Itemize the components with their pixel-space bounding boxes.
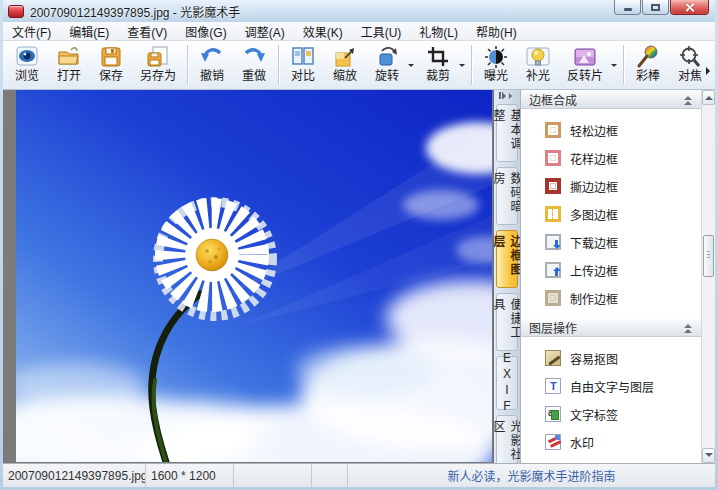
photo-daisy[interactable] <box>16 90 492 462</box>
tab-border-layer[interactable]: 边框图层 <box>496 230 518 288</box>
panel-item-free-text-layer[interactable]: 自由文字与图层 <box>521 372 701 400</box>
side-tab-strip: 基本调整 数码暗房 边框图层 便捷工具 EXIF 光影社区 <box>494 90 520 463</box>
scroll-down-button[interactable] <box>702 448 715 463</box>
save-as-button[interactable]: 另存为 <box>132 42 184 88</box>
scroll-down-icon <box>705 453 713 461</box>
panel-item-text-label[interactable]: 文字标签 <box>521 400 701 428</box>
app-window: 200709012149397895.jpg - 光影魔术手 文件(F) 编辑(… <box>0 0 718 490</box>
focus-button[interactable]: 对焦 <box>669 42 711 88</box>
open-button[interactable]: 打开 <box>48 42 90 88</box>
soft-lens-button[interactable]: 柔光镜 <box>711 42 715 88</box>
status-link-cell: 新人必读，光影魔术手进阶指南 <box>348 464 715 487</box>
save-button[interactable]: 保存 <box>90 42 132 88</box>
maximize-button[interactable] <box>642 0 669 15</box>
download-frame-icon <box>545 234 561 250</box>
panel-item-torn-frame[interactable]: 撕边边框 <box>521 172 701 200</box>
menu-gifts[interactable]: 礼物(L) <box>410 22 467 40</box>
panel-item-watermark[interactable]: 水印 <box>521 428 701 456</box>
collapse-chevron-icon[interactable] <box>683 95 693 104</box>
crop-dropdown-arrow[interactable] <box>459 42 468 88</box>
border-layer-panel: 边框合成 轻松边框 花样边框 撕边边框 多图边框 <box>520 90 701 463</box>
rotate-icon <box>374 45 400 69</box>
minimize-button[interactable] <box>614 0 641 15</box>
color-wand-button[interactable]: 彩棒 <box>627 42 669 88</box>
pattern-frame-icon <box>545 150 561 166</box>
resize-icon <box>332 45 358 69</box>
collapse-chevron-icon[interactable] <box>683 323 693 332</box>
menu-tools[interactable]: 工具(U) <box>352 22 411 40</box>
fill-light-button[interactable]: 补光 <box>517 42 559 88</box>
exposure-sun-icon <box>483 45 509 69</box>
tab-digital-darkroom[interactable]: 数码暗房 <box>496 167 518 225</box>
scrollbar-thumb[interactable] <box>703 235 714 277</box>
rotate-dropdown-arrow[interactable] <box>408 42 417 88</box>
section-header-layer-ops[interactable]: 图层操作 <box>521 318 701 337</box>
status-filename: 200709012149397895.jpg <box>3 464 146 487</box>
resize-button[interactable]: 缩放 <box>324 42 366 88</box>
undo-arrow-icon <box>199 45 225 69</box>
panel-item-easy-frame[interactable]: 轻松边框 <box>521 116 701 144</box>
make-frame-icon <box>545 290 561 306</box>
panel-item-make-frame[interactable]: 制作边框 <box>521 284 701 312</box>
panel-item-download-frame[interactable]: 下载边框 <box>521 228 701 256</box>
tab-basic-adjust[interactable]: 基本调整 <box>496 104 518 162</box>
menu-adjust[interactable]: 调整(A) <box>236 22 294 40</box>
easy-frame-icon <box>545 122 561 138</box>
undo-button[interactable]: 撤销 <box>191 42 233 88</box>
doodle-pencil-icon <box>545 462 561 463</box>
scrollbar-track[interactable] <box>702 105 715 448</box>
section-header-border-compose[interactable]: 边框合成 <box>521 90 701 109</box>
save-floppy-icon <box>98 45 124 69</box>
tab-exif[interactable]: EXIF <box>496 356 518 410</box>
redo-button[interactable]: 重做 <box>233 42 275 88</box>
menu-view[interactable]: 查看(V) <box>118 22 176 40</box>
status-cell-empty <box>234 464 312 487</box>
color-wand-icon <box>635 45 661 69</box>
crop-button[interactable]: 裁剪 <box>417 42 459 88</box>
menu-file[interactable]: 文件(F) <box>3 22 60 40</box>
focus-crosshair-icon <box>677 45 703 69</box>
browse-eye-icon <box>14 45 40 69</box>
tab-handy-tools[interactable]: 便捷工具 <box>496 293 518 351</box>
menu-edit[interactable]: 编辑(E) <box>60 22 118 40</box>
panel-item-doodle[interactable]: 趣味涂鸦 <box>521 456 701 463</box>
browse-button[interactable]: 浏览 <box>6 42 48 88</box>
save-as-icon <box>145 45 171 69</box>
text-label-icon <box>545 406 561 422</box>
negative-dropdown-arrow[interactable] <box>611 42 620 88</box>
panel-scrollbar[interactable] <box>701 90 715 463</box>
menu-bar: 文件(F) 编辑(E) 查看(V) 图像(G) 调整(A) 效果(K) 工具(U… <box>3 22 715 41</box>
close-icon <box>684 2 695 13</box>
toolbar-overflow-arrow[interactable] <box>706 67 714 75</box>
toolbar: 浏览 打开 保存 另存为 撤销 重做 对比 缩放 <box>3 41 715 90</box>
menu-effects[interactable]: 效果(K) <box>294 22 352 40</box>
panel-item-easy-cutout[interactable]: 容易抠图 <box>521 344 701 372</box>
exposure-button[interactable]: 曝光 <box>475 42 517 88</box>
status-bar: 200709012149397895.jpg 1600 * 1200 新人必读，… <box>3 463 715 487</box>
negative-film-button[interactable]: 反转片 <box>559 42 611 88</box>
title-bar[interactable]: 200709012149397895.jpg - 光影魔术手 <box>3 0 715 22</box>
app-icon <box>8 5 24 18</box>
crop-icon <box>425 45 451 69</box>
panel-collapse-button[interactable] <box>497 92 517 99</box>
toolbar-separator <box>623 45 624 85</box>
canvas-area <box>3 90 494 463</box>
compare-button[interactable]: 对比 <box>282 42 324 88</box>
close-button[interactable] <box>670 0 709 15</box>
panel-item-multi-frame[interactable]: 多图边框 <box>521 200 701 228</box>
fill-light-bulb-icon <box>525 45 551 69</box>
tab-community[interactable]: 光影社区 <box>496 415 518 463</box>
rotate-button[interactable]: 旋转 <box>366 42 408 88</box>
newbie-guide-link[interactable]: 新人必读，光影魔术手进阶指南 <box>447 467 615 484</box>
redo-arrow-icon <box>241 45 267 69</box>
scroll-up-icon <box>705 92 713 100</box>
menu-help[interactable]: 帮助(H) <box>467 22 526 40</box>
panel-item-upload-frame[interactable]: 上传边框 <box>521 256 701 284</box>
status-cell-empty <box>312 464 348 487</box>
multi-frame-icon <box>545 206 561 222</box>
menu-image[interactable]: 图像(G) <box>176 22 235 40</box>
minimize-icon <box>624 8 632 11</box>
scroll-up-button[interactable] <box>702 90 715 105</box>
panel-item-pattern-frame[interactable]: 花样边框 <box>521 144 701 172</box>
toolbar-separator <box>187 45 188 85</box>
